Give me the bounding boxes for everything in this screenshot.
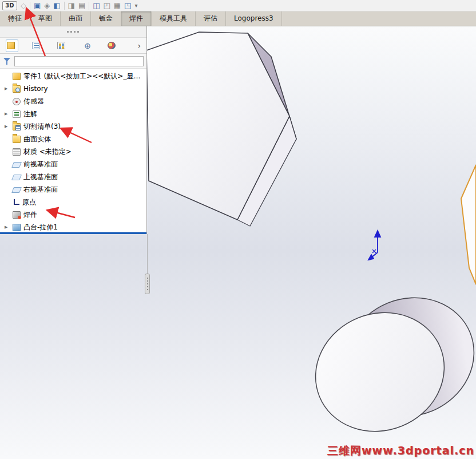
main-area: 三维网www.3dportal.cn ⊕ › 零件1 ( <box>0 26 476 459</box>
tree-item-label: 焊件 <box>23 210 37 220</box>
featuremanager-panel: ⊕ › 零件1 (默认<按加工><<默认>_显示状态 ▶ History <box>0 26 147 234</box>
cut-list-folder-icon <box>13 123 21 130</box>
tree-item-label: 曲面实体 <box>23 134 51 144</box>
orange-hexagon-partial <box>461 165 476 284</box>
tree-item-label: 注解 <box>23 109 37 119</box>
material-icon <box>13 148 21 156</box>
tree-item-weldment[interactable]: 焊件 <box>0 208 146 221</box>
panel-grip[interactable] <box>0 26 146 38</box>
history-folder-icon <box>13 85 21 93</box>
reference-geometry-icon[interactable]: ◳ <box>124 1 131 10</box>
tree-root[interactable]: 零件1 (默认<按加工><<默认>_显示状态 <box>0 70 146 82</box>
tree-item-label: 凸台-拉伸1 <box>23 223 58 232</box>
dimxpertmanager-tab[interactable]: ⊕ <box>81 39 94 52</box>
property-list-icon <box>32 42 40 49</box>
toolbar-dropdown-icon[interactable]: ▾ <box>134 2 137 9</box>
tree-item-origin[interactable]: 原点 <box>0 196 146 208</box>
appearance-sphere-icon <box>108 42 116 49</box>
tree-item-boss-extrude[interactable]: ▶ 凸台-拉伸1 <box>0 221 146 232</box>
tab-logopress3[interactable]: Logopress3 <box>226 11 282 26</box>
configurations-icon <box>57 42 65 49</box>
tree-item-label: 切割清单(3) <box>23 122 61 132</box>
gusset-icon[interactable]: ◧ <box>53 1 60 10</box>
tree-item-label: 右视基准面 <box>23 185 58 195</box>
toolbar-separator <box>64 2 65 10</box>
tree-item-material[interactable]: 材质 <未指定> <box>0 145 146 158</box>
tree-item-label: 传感器 <box>23 97 44 106</box>
panel-expand-chevron-icon[interactable]: › <box>137 41 141 50</box>
filter-funnel-icon[interactable] <box>3 57 11 65</box>
commandmanager-tabbar: 特征 草图 曲面 钣金 焊件 模具工具 评估 Logopress3 <box>0 11 476 26</box>
solidworks-window: 3D ◇ ▣ ◈ ◧ ◨ ▤ ◫ ◰ ▦ ◳ ▾ 特征 草图 曲面 钣金 焊件 … <box>0 0 476 459</box>
hexagon-prism <box>146 32 296 226</box>
3d-sketch-icon[interactable]: ◇ <box>21 1 26 10</box>
extruded-cut-icon[interactable]: ◰ <box>103 1 110 10</box>
tree-item-surface-bodies[interactable]: 曲面实体 <box>0 133 146 145</box>
tab-sheet-metal[interactable]: 钣金 <box>91 11 121 26</box>
configurationmanager-tab[interactable] <box>56 39 69 52</box>
tree-item-right-plane[interactable]: 右视基准面 <box>0 183 146 196</box>
tree-item-annotations[interactable]: ▶ 注解 <box>0 108 146 120</box>
tree-item-label: 材质 <未指定> <box>23 147 72 157</box>
origin-icon <box>14 199 19 205</box>
end-cap-icon[interactable]: ◨ <box>68 1 75 10</box>
tree-item-label: 前视基准面 <box>23 160 58 169</box>
part-icon <box>13 73 21 80</box>
feature-tree: 零件1 (默认<按加工><<默认>_显示状态 ▶ History 传感器 ▶ 注… <box>0 69 146 232</box>
tree-item-cut-list[interactable]: ▶ 切割清单(3) <box>0 120 146 133</box>
featuremanager-tab[interactable] <box>6 39 18 52</box>
tab-sketch[interactable]: 草图 <box>30 11 61 26</box>
displaymanager-tab[interactable] <box>106 39 119 52</box>
extruded-boss-icon[interactable]: ◫ <box>93 1 100 10</box>
surface-bodies-folder-icon <box>13 136 21 143</box>
front-plane-icon <box>11 162 22 168</box>
tree-filter-input[interactable] <box>14 56 144 66</box>
propertymanager-tab[interactable] <box>31 39 43 52</box>
tab-evaluate[interactable]: 评估 <box>196 11 226 26</box>
tree-item-history[interactable]: ▶ History <box>0 82 146 95</box>
right-plane-icon <box>11 187 22 193</box>
boss-extrude-icon <box>13 224 21 231</box>
structural-member-icon[interactable]: ▣ <box>34 1 41 10</box>
tree-filter-row <box>0 54 146 69</box>
hole-wizard-icon[interactable]: ▦ <box>114 1 121 10</box>
fillet-bead-icon[interactable]: ▤ <box>78 1 85 10</box>
tab-mold-tools[interactable]: 模具工具 <box>152 11 196 26</box>
watermark: 三维网www.3dportal.cn <box>327 444 474 458</box>
tree-item-label: History <box>23 85 48 93</box>
expand-icon[interactable]: ▶ <box>5 86 13 91</box>
tree-item-label: 原点 <box>22 197 36 207</box>
tree-item-top-plane[interactable]: 上视基准面 <box>0 171 146 183</box>
tree-item-label: 上视基准面 <box>23 172 58 182</box>
rollback-bar[interactable] <box>0 232 146 234</box>
panel-tab-strip: ⊕ › <box>0 38 146 54</box>
tree-root-label: 零件1 (默认<按加工><<默认>_显示状态 <box>23 72 146 81</box>
top-plane-icon <box>11 175 22 180</box>
3d-button[interactable]: 3D <box>2 1 17 10</box>
top-toolbar: 3D ◇ ▣ ◈ ◧ ◨ ▤ ◫ ◰ ▦ ◳ ▾ <box>0 0 476 11</box>
tab-weldments[interactable]: 焊件 <box>121 11 152 26</box>
expand-icon[interactable]: ▶ <box>5 112 13 116</box>
sensors-icon <box>13 98 21 105</box>
trim-extend-icon[interactable]: ◈ <box>44 1 50 10</box>
annotations-icon <box>13 110 21 118</box>
cylinder-body <box>298 279 476 451</box>
tree-item-front-plane[interactable]: 前视基准面 <box>0 158 146 171</box>
expand-icon[interactable]: ▶ <box>5 225 13 230</box>
tab-surfaces[interactable]: 曲面 <box>61 11 91 26</box>
part-icon <box>7 42 15 49</box>
viewport-splitter[interactable] <box>145 274 150 294</box>
toolbar-separator <box>89 2 89 10</box>
origin-triad <box>368 231 380 260</box>
expand-icon[interactable]: ▶ <box>5 124 13 129</box>
weldment-icon <box>13 211 21 219</box>
tree-item-sensors[interactable]: 传感器 <box>0 95 146 108</box>
toolbar-separator <box>30 2 30 10</box>
tab-features[interactable]: 特征 <box>0 11 30 26</box>
